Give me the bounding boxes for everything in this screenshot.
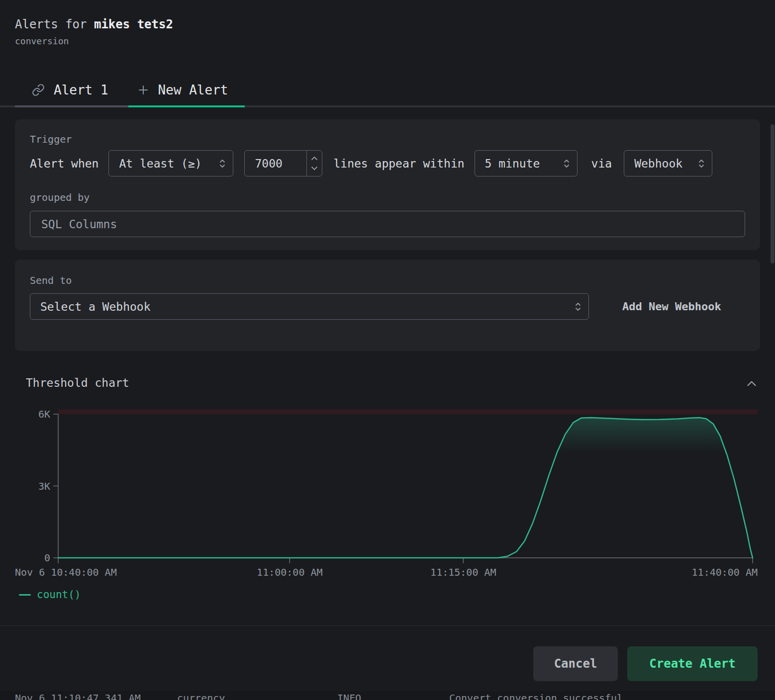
cancel-button[interactable]: Cancel bbox=[533, 646, 618, 681]
chart-legend[interactable]: count() bbox=[19, 589, 81, 601]
create-alert-button[interactable]: Create Alert bbox=[627, 646, 758, 681]
send-to-label: Send to bbox=[30, 260, 745, 286]
send-to-panel: Send to Select a Webhook Add New Webhook bbox=[15, 260, 760, 351]
chevron-up-down-icon bbox=[218, 158, 227, 169]
spinner-up-icon bbox=[311, 156, 318, 161]
alert-modal: Alerts for mikes tets2 conversion Alert … bbox=[0, 0, 775, 700]
alert-when-label: Alert when bbox=[30, 157, 98, 170]
threshold-chart-title: Threshold chart bbox=[26, 376, 129, 389]
log-service: currency bbox=[177, 692, 225, 700]
threshold-input[interactable] bbox=[245, 151, 306, 176]
title-prefix: Alerts for bbox=[15, 17, 87, 31]
log-timestamp: Nov 6 11:10:47.341 AM bbox=[15, 692, 141, 700]
link-icon bbox=[32, 84, 45, 96]
webhook-select-placeholder: Select a Webhook bbox=[40, 300, 151, 313]
footer-divider bbox=[0, 625, 775, 626]
log-level: INFO bbox=[337, 692, 361, 700]
tab-alert-1-label: Alert 1 bbox=[54, 83, 108, 97]
svg-text:0: 0 bbox=[44, 552, 50, 564]
comparator-select[interactable]: At least (≥) bbox=[108, 150, 233, 176]
channel-select[interactable]: Webhook bbox=[624, 150, 712, 176]
dataset-subtitle: conversion bbox=[15, 36, 173, 47]
window-value: 5 minute bbox=[485, 157, 540, 170]
background-log-row: Nov 6 11:10:47.341 AM currency INFO Conv… bbox=[0, 691, 775, 700]
window-select[interactable]: 5 minute bbox=[475, 150, 578, 176]
dataset-name: mikes tets2 bbox=[94, 17, 173, 31]
threshold-chart: 6K3K0Nov 6 10:40:00 AM11:00:00 AM11:15:0… bbox=[0, 403, 775, 582]
trigger-row: Alert when At least (≥) lines appear wit… bbox=[30, 150, 745, 176]
svg-text:11:15:00 AM: 11:15:00 AM bbox=[430, 566, 496, 578]
legend-swatch bbox=[19, 594, 31, 596]
chevron-up-down-icon bbox=[562, 158, 571, 169]
svg-text:11:40:00 AM: 11:40:00 AM bbox=[692, 566, 758, 578]
threshold-number-box bbox=[244, 150, 322, 176]
collapse-chart-button[interactable] bbox=[744, 377, 759, 391]
svg-text:Nov 6 10:40:00 AM: Nov 6 10:40:00 AM bbox=[15, 566, 117, 578]
scrollbar-thumb[interactable] bbox=[771, 124, 775, 263]
tab-new-alert-label: New Alert bbox=[158, 83, 228, 97]
svg-text:3K: 3K bbox=[38, 480, 50, 492]
alert-tabs: Alert 1 New Alert bbox=[0, 75, 775, 107]
chevron-up-down-icon bbox=[697, 158, 706, 169]
comparator-value: At least (≥) bbox=[119, 157, 201, 170]
log-message: Convert conversion successful bbox=[449, 692, 623, 700]
sql-columns-input[interactable] bbox=[30, 211, 745, 237]
webhook-select[interactable]: Select a Webhook bbox=[30, 293, 589, 320]
trigger-section-label: Trigger bbox=[30, 119, 745, 145]
number-spinner[interactable] bbox=[306, 151, 322, 176]
tab-new-alert[interactable]: New Alert bbox=[128, 75, 245, 105]
add-new-webhook-button[interactable]: Add New Webhook bbox=[619, 300, 724, 313]
chevron-up-icon bbox=[745, 383, 758, 390]
plus-icon bbox=[137, 84, 149, 96]
page-title: Alerts for mikes tets2 bbox=[15, 17, 173, 32]
via-label: via bbox=[591, 157, 612, 170]
tab-alert-1[interactable]: Alert 1 bbox=[15, 75, 128, 105]
spinner-down-icon bbox=[311, 166, 318, 171]
trigger-panel: Trigger Alert when At least (≥) lines ap… bbox=[15, 119, 760, 250]
lines-appear-label: lines appear within bbox=[333, 157, 464, 170]
modal-header: Alerts for mikes tets2 conversion bbox=[15, 17, 173, 47]
channel-value: Webhook bbox=[634, 157, 682, 170]
chevron-up-down-icon bbox=[574, 301, 582, 312]
grouped-by-label: grouped by bbox=[30, 191, 745, 203]
send-to-row: Select a Webhook Add New Webhook bbox=[30, 293, 745, 320]
svg-text:11:00:00 AM: 11:00:00 AM bbox=[257, 566, 322, 578]
svg-text:6K: 6K bbox=[38, 408, 50, 420]
legend-series-label: count() bbox=[37, 589, 81, 601]
grouped-by-input-wrap bbox=[30, 211, 745, 237]
